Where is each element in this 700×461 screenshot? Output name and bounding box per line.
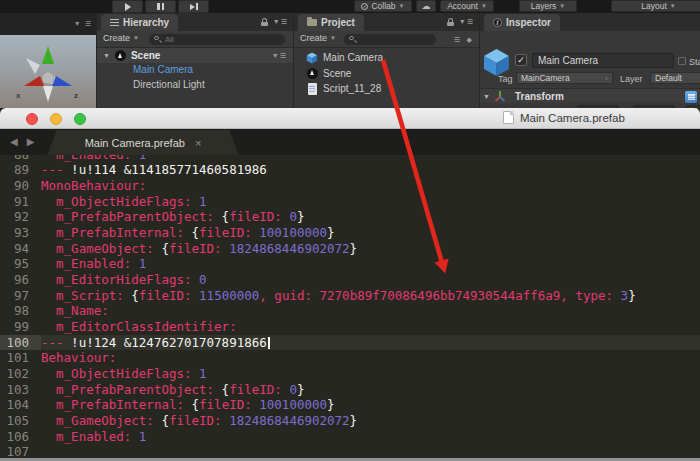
hierarchy-item-directional-light[interactable]: Directional Light xyxy=(97,78,293,93)
unity-main-toolbar: ✓ Collab ▼ ☁ Account ▼ Layers ▼ Layout ▼ xyxy=(0,0,700,13)
layer-dropdown[interactable]: Default xyxy=(650,72,700,84)
code-line-text[interactable]: m_Script: {fileID: 11500000, guid: 7270b… xyxy=(41,288,636,304)
line-number: 98 xyxy=(0,303,41,319)
dropdown-arrows-icon: ↕ xyxy=(605,75,608,81)
pause-button[interactable] xyxy=(145,0,176,13)
zoom-window-button[interactable] xyxy=(74,113,86,125)
code-line-text[interactable]: m_EditorHideFlags: 0 xyxy=(41,272,207,288)
folder-icon xyxy=(307,19,317,26)
code-line-text[interactable]: m_GameObject: {fileID: 1824868446902072} xyxy=(41,413,357,429)
search-by-label-icon[interactable]: ◆ xyxy=(467,36,473,44)
panel-menu-icon[interactable]: ▼☰ xyxy=(273,18,288,26)
inspector-tab[interactable]: i Inspector xyxy=(484,14,560,31)
project-tab[interactable]: Project xyxy=(298,14,364,31)
layer-label: Layer xyxy=(620,74,643,84)
line-number: 93 xyxy=(0,225,41,241)
code-line-97: 97 m_Script: {fileID: 11500000, guid: 72… xyxy=(0,288,700,304)
project-content: Main CameraSceneScript_11_28 xyxy=(294,48,479,97)
code-line-107: 107 xyxy=(0,444,700,458)
code-line-98: 98 m_Name: xyxy=(0,303,700,319)
hierarchy-scene-row[interactable]: ▼ Scene ▼☰ xyxy=(97,48,293,63)
transform-header[interactable]: ▼ Transform xyxy=(480,88,700,103)
cloud-button[interactable]: ☁ xyxy=(416,0,436,12)
code-line-text[interactable]: m_PrefabInternal: {fileID: 100100000} xyxy=(41,397,335,413)
project-create-button[interactable]: Create ▼ xyxy=(300,33,336,43)
code-line-text[interactable]: Behaviour: xyxy=(41,350,116,366)
hierarchy-content: ▼ Scene ▼☰ Main CameraDirectional Light xyxy=(97,48,293,92)
nav-forward-button[interactable]: ▶ xyxy=(27,136,35,147)
nav-back-button[interactable]: ◀ xyxy=(10,136,18,147)
cloud-icon: ☁ xyxy=(422,1,431,11)
code-line-text[interactable]: m_ObjectHideFlags: 1 xyxy=(41,194,207,210)
play-button[interactable] xyxy=(112,0,143,13)
layers-button[interactable]: Layers ▼ xyxy=(519,0,577,12)
close-window-button[interactable] xyxy=(26,113,38,125)
foldout-arrow-icon[interactable]: ▼ xyxy=(103,52,110,59)
code-editor[interactable]: 88 m_Enabled: 189--- !u!114 &11418577146… xyxy=(0,155,700,458)
collab-button[interactable]: ✓ Collab ▼ xyxy=(354,0,412,12)
project-item-scene[interactable]: Scene xyxy=(294,66,479,82)
tab-close-icon[interactable]: × xyxy=(195,137,201,149)
account-label: Account xyxy=(447,1,478,11)
account-button[interactable]: Account ▼ xyxy=(440,0,494,12)
project-panel: Project ▼☰ Create ▼ ☰ ◆ Main Came xyxy=(294,13,479,108)
layout-button[interactable]: Layout ▼ xyxy=(611,0,700,12)
inspector-tab-label: Inspector xyxy=(506,17,551,28)
search-by-type-icon[interactable]: ☰ xyxy=(454,36,461,44)
foldout-arrow-icon[interactable]: ▼ xyxy=(483,93,490,100)
hierarchy-tab-strip: Hierarchy ▼☰ xyxy=(97,13,293,31)
code-line-93: 93 m_PrefabInternal: {fileID: 100100000} xyxy=(0,225,700,241)
help-book-icon[interactable] xyxy=(685,91,697,103)
project-item-label: Script_11_28 xyxy=(323,83,381,94)
script-icon xyxy=(306,83,318,95)
code-line-text[interactable]: m_Enabled: 1 xyxy=(41,429,146,445)
static-checkbox[interactable] xyxy=(678,57,686,65)
project-search-input[interactable] xyxy=(344,34,436,45)
project-item-script-11-28[interactable]: Script_11_28 xyxy=(294,81,479,97)
hierarchy-search-input[interactable]: All xyxy=(149,34,285,45)
code-line-99: 99 m_EditorClassIdentifier: xyxy=(0,319,700,335)
lock-icon[interactable] xyxy=(261,18,268,26)
project-item-main-camera[interactable]: Main Camera xyxy=(294,50,479,66)
code-line-text[interactable]: m_PrefabParentObject: {fileID: 0} xyxy=(41,209,304,225)
scene-view[interactable]: x z xyxy=(0,35,96,108)
hierarchy-create-button[interactable]: Create ▼ xyxy=(103,33,139,43)
code-line-text[interactable]: m_ObjectHideFlags: 1 xyxy=(41,366,207,382)
line-number: 104 xyxy=(0,397,41,413)
create-label: Create xyxy=(103,33,130,43)
chevron-down-icon: ▼ xyxy=(559,3,565,9)
line-number: 101 xyxy=(0,350,41,366)
code-line-text[interactable]: --- !u!114 &114185771460581986 xyxy=(41,162,267,178)
project-toolbar: Create ▼ ☰ ◆ xyxy=(294,31,479,48)
active-checkbox[interactable]: ✓ xyxy=(515,54,527,66)
object-name-field[interactable]: Main Camera xyxy=(532,53,674,68)
code-line-text[interactable]: --- !u!124 &124762701707891866 xyxy=(41,335,270,351)
step-button[interactable] xyxy=(178,0,209,13)
panel-menu-icon[interactable]: ▼☰ xyxy=(459,18,474,26)
code-line-text[interactable]: m_Enabled: 1 xyxy=(41,256,146,272)
code-line-91: 91 m_ObjectHideFlags: 1 xyxy=(0,194,700,210)
info-icon: i xyxy=(493,18,502,27)
orientation-gizmo-icon[interactable] xyxy=(14,36,82,106)
gizmo-z-label: z xyxy=(74,91,78,100)
code-line-text[interactable]: MonoBehaviour: xyxy=(41,178,146,194)
line-number: 89 xyxy=(0,162,41,178)
lock-icon[interactable] xyxy=(447,18,454,26)
hierarchy-item-main-camera[interactable]: Main Camera xyxy=(97,63,293,78)
code-line-89: 89--- !u!114 &114185771460581986 xyxy=(0,162,700,178)
code-line-text[interactable]: m_Name: xyxy=(41,303,109,319)
tag-dropdown[interactable]: MainCamera ↕ xyxy=(516,72,613,84)
panel-menu-icon[interactable]: ▼ ☰ xyxy=(74,20,92,28)
minimize-window-button[interactable] xyxy=(50,113,62,125)
hierarchy-tab[interactable]: Hierarchy xyxy=(101,14,178,31)
code-line-text[interactable]: m_EditorClassIdentifier: xyxy=(41,319,237,335)
code-line-text[interactable]: m_PrefabInternal: {fileID: 100100000} xyxy=(41,225,335,241)
scene-menu-icon[interactable]: ▼☰ xyxy=(272,52,287,60)
code-line-text[interactable]: m_PrefabParentObject: {fileID: 0} xyxy=(41,382,304,398)
code-line-text[interactable]: m_GameObject: {fileID: 1824868446902072} xyxy=(41,241,357,257)
collab-check-icon: ✓ xyxy=(361,3,368,10)
unity-editor-window: ✓ Collab ▼ ☁ Account ▼ Layers ▼ Layout ▼… xyxy=(0,0,700,108)
window-title: Main Camera.prefab xyxy=(520,112,625,124)
code-line-text[interactable]: m_Enabled: 1 xyxy=(41,155,146,162)
file-tab[interactable]: Main Camera.prefab × xyxy=(47,130,239,155)
